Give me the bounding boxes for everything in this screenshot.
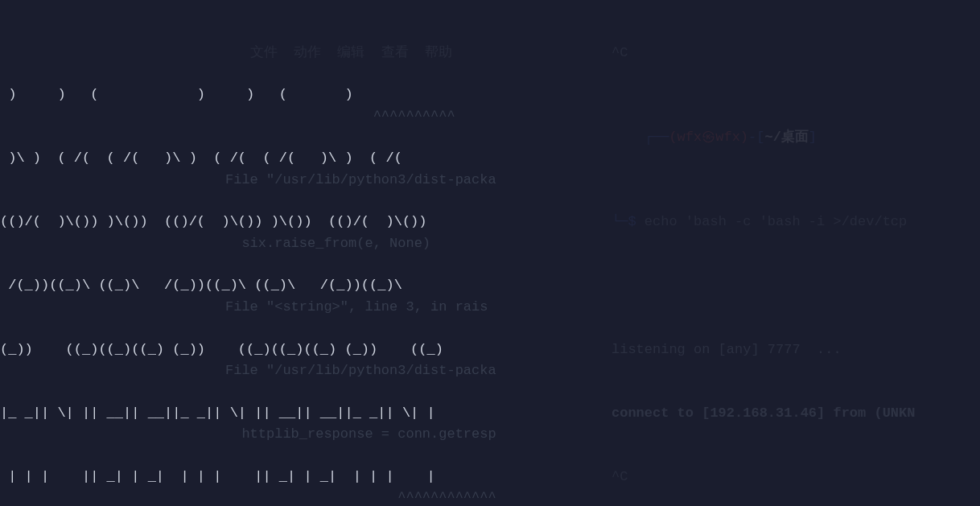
ascii-art-line: ) ) ( ) ) ( ) bbox=[0, 84, 797, 105]
ascii-art-line: /(_))((_)\ ((_)\ /(_))((_)\ ((_)\ /(_))(… bbox=[0, 275, 797, 296]
ascii-art-line: (()/( )\()) )\()) (()/( )\()) )\()) (()/… bbox=[0, 212, 797, 232]
ascii-art-line: (_)) ((_)((_)((_) (_)) ((_)((_)((_) (_))… bbox=[0, 339, 797, 360]
ascii-art-line: | | | || _| | _| | | | || _| | _| | | | … bbox=[0, 467, 797, 487]
ascii-art-line: )\ ) ( /( ( /( )\ ) ( /( ( /( )\ ) ( /( bbox=[0, 148, 797, 169]
inferno-ascii-art: ) ) ( ) ) ( ) )\ ) ( /( ( /( )\ ) ( /( (… bbox=[0, 43, 797, 506]
foreground-terminal: ) ) ( ) ) ( ) )\ ) ( /( ( /( )\ ) ( /( (… bbox=[0, 0, 797, 506]
ascii-art-line: |_ _|| \| || __|| __||_ _|| \| || __|| _… bbox=[0, 403, 797, 424]
